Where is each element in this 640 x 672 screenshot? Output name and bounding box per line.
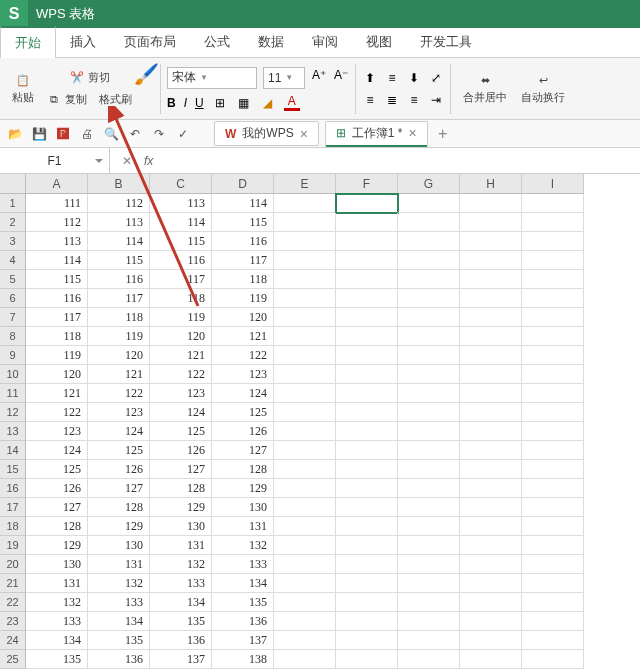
cell[interactable] xyxy=(336,498,398,517)
cell[interactable] xyxy=(398,213,460,232)
cell[interactable] xyxy=(460,270,522,289)
cell[interactable]: 119 xyxy=(88,327,150,346)
cell[interactable]: 113 xyxy=(150,194,212,213)
cell[interactable] xyxy=(522,574,584,593)
cell[interactable] xyxy=(522,612,584,631)
cell[interactable] xyxy=(274,194,336,213)
cell[interactable] xyxy=(274,289,336,308)
cell[interactable] xyxy=(522,403,584,422)
cell[interactable]: 134 xyxy=(212,574,274,593)
name-box[interactable]: F1 xyxy=(0,148,110,174)
cell[interactable] xyxy=(522,631,584,650)
cell[interactable]: 117 xyxy=(88,289,150,308)
italic-button[interactable]: I xyxy=(184,96,187,110)
add-tab-icon[interactable]: + xyxy=(434,125,452,143)
menu-tab-3[interactable]: 公式 xyxy=(190,27,244,57)
cell[interactable]: 134 xyxy=(88,612,150,631)
cell[interactable]: 134 xyxy=(150,593,212,612)
cell[interactable] xyxy=(522,498,584,517)
cell[interactable] xyxy=(274,403,336,422)
cell[interactable]: 130 xyxy=(88,536,150,555)
row-header-17[interactable]: 17 xyxy=(0,498,26,517)
tab-workbook[interactable]: ⊞ 工作簿1 * × xyxy=(325,121,428,147)
row-header-3[interactable]: 3 xyxy=(0,232,26,251)
align-top-icon[interactable]: ⬆ xyxy=(362,70,378,86)
cell[interactable] xyxy=(336,555,398,574)
cell[interactable] xyxy=(460,460,522,479)
cell[interactable] xyxy=(398,346,460,365)
increase-font-icon[interactable]: A⁺ xyxy=(311,67,327,83)
cell[interactable] xyxy=(460,251,522,270)
cell[interactable] xyxy=(522,308,584,327)
cell[interactable] xyxy=(274,631,336,650)
row-header-2[interactable]: 2 xyxy=(0,213,26,232)
cell[interactable]: 121 xyxy=(212,327,274,346)
cell[interactable] xyxy=(398,232,460,251)
cell[interactable] xyxy=(460,194,522,213)
fx-icon[interactable]: fx xyxy=(144,154,153,168)
cell[interactable] xyxy=(398,631,460,650)
cell[interactable] xyxy=(336,327,398,346)
cell[interactable] xyxy=(522,536,584,555)
cell[interactable] xyxy=(522,555,584,574)
cell[interactable] xyxy=(398,327,460,346)
menu-tab-4[interactable]: 数据 xyxy=(244,27,298,57)
cell[interactable]: 124 xyxy=(26,441,88,460)
row-header-16[interactable]: 16 xyxy=(0,479,26,498)
cell[interactable]: 129 xyxy=(26,536,88,555)
row-header-20[interactable]: 20 xyxy=(0,555,26,574)
cell[interactable]: 125 xyxy=(212,403,274,422)
cell[interactable]: 116 xyxy=(88,270,150,289)
cell[interactable] xyxy=(522,384,584,403)
cell[interactable]: 124 xyxy=(88,422,150,441)
cell[interactable] xyxy=(522,593,584,612)
cell[interactable]: 130 xyxy=(26,555,88,574)
cell[interactable] xyxy=(398,289,460,308)
cell[interactable] xyxy=(398,593,460,612)
col-header-G[interactable]: G xyxy=(398,174,460,194)
cell[interactable] xyxy=(274,232,336,251)
row-header-10[interactable]: 10 xyxy=(0,365,26,384)
cell[interactable] xyxy=(274,327,336,346)
cell[interactable]: 128 xyxy=(150,479,212,498)
cell[interactable]: 118 xyxy=(212,270,274,289)
row-header-24[interactable]: 24 xyxy=(0,631,26,650)
cell[interactable]: 114 xyxy=(212,194,274,213)
cell[interactable]: 128 xyxy=(212,460,274,479)
cell[interactable] xyxy=(460,384,522,403)
print-icon[interactable]: 🖨 xyxy=(78,125,96,143)
cell[interactable]: 132 xyxy=(26,593,88,612)
save-icon[interactable]: 💾 xyxy=(30,125,48,143)
cell[interactable] xyxy=(336,631,398,650)
cell[interactable]: 126 xyxy=(150,441,212,460)
cell[interactable] xyxy=(274,213,336,232)
cell[interactable] xyxy=(522,517,584,536)
cell[interactable] xyxy=(274,612,336,631)
cell[interactable]: 113 xyxy=(88,213,150,232)
menu-tab-6[interactable]: 视图 xyxy=(352,27,406,57)
cell[interactable] xyxy=(522,251,584,270)
format-painter-button[interactable]: 格式刷 xyxy=(95,90,136,110)
col-header-F[interactable]: F xyxy=(336,174,398,194)
cell[interactable] xyxy=(336,270,398,289)
cell[interactable]: 118 xyxy=(26,327,88,346)
cell[interactable] xyxy=(398,536,460,555)
cell[interactable]: 129 xyxy=(150,498,212,517)
cell[interactable] xyxy=(274,441,336,460)
orientation-icon[interactable]: ⤢ xyxy=(428,70,444,86)
cell[interactable]: 113 xyxy=(26,232,88,251)
fill-color-icon[interactable]: ▦ xyxy=(236,95,252,111)
cell[interactable]: 133 xyxy=(26,612,88,631)
cell[interactable] xyxy=(274,574,336,593)
cell[interactable] xyxy=(398,479,460,498)
cell[interactable]: 112 xyxy=(88,194,150,213)
cell[interactable]: 135 xyxy=(88,631,150,650)
menu-tab-7[interactable]: 开发工具 xyxy=(406,27,486,57)
cell[interactable] xyxy=(460,498,522,517)
cell[interactable] xyxy=(274,384,336,403)
cell[interactable]: 111 xyxy=(26,194,88,213)
cancel-icon[interactable]: ✕ xyxy=(118,152,136,170)
cell[interactable] xyxy=(460,308,522,327)
cell[interactable]: 135 xyxy=(26,650,88,669)
close-icon[interactable]: × xyxy=(300,127,308,141)
